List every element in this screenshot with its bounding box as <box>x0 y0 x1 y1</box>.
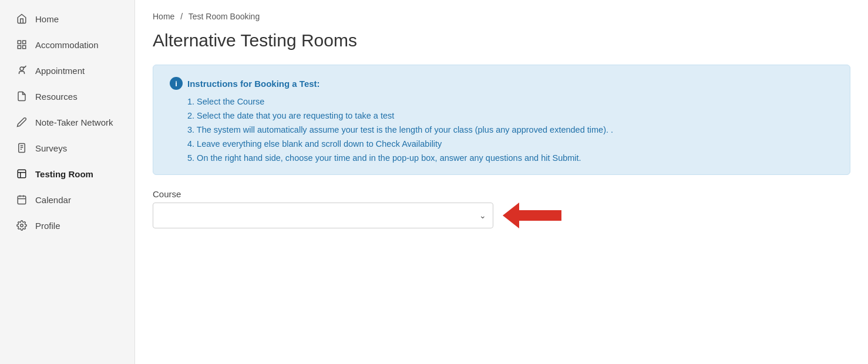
sidebar-item-note-taker-label: Note-Taker Network <box>35 117 113 127</box>
breadcrumb-current: Test Room Booking <box>189 12 260 21</box>
svg-point-16 <box>21 224 23 227</box>
sidebar-item-home-label: Home <box>35 14 59 24</box>
accommodation-icon <box>15 38 28 51</box>
surveys-icon <box>15 141 28 154</box>
sidebar-item-testing-room-label: Testing Room <box>35 169 93 179</box>
sidebar-item-calendar[interactable]: Calendar <box>4 187 131 212</box>
svg-rect-12 <box>18 196 26 204</box>
svg-rect-9 <box>18 170 26 178</box>
sidebar-item-accommodation[interactable]: Accommodation <box>4 32 131 57</box>
arrow-indicator <box>503 204 573 227</box>
sidebar-item-home[interactable]: Home <box>4 6 131 31</box>
course-label: Course <box>153 189 850 199</box>
course-select-wrapper: ⌄ <box>153 203 493 228</box>
resources-icon <box>15 90 28 103</box>
note-taker-icon <box>15 116 28 129</box>
sidebar-item-note-taker-network[interactable]: Note-Taker Network <box>4 110 131 134</box>
sidebar-item-resources[interactable]: Resources <box>4 84 131 109</box>
course-form-group: Course ⌄ <box>153 189 850 228</box>
instruction-step-5: 5. On the right hand side, choose your t… <box>187 153 833 163</box>
profile-icon <box>15 219 28 232</box>
breadcrumb-separator: / <box>180 12 183 21</box>
sidebar-item-surveys-label: Surveys <box>35 143 67 153</box>
instruction-step-1: 1. Select the Course <box>187 97 833 106</box>
testing-room-icon <box>15 167 28 180</box>
course-select[interactable] <box>153 203 493 228</box>
sidebar-item-calendar-label: Calendar <box>35 195 71 205</box>
instructions-list: 1. Select the Course 2. Select the date … <box>170 97 833 163</box>
instructions-box: i Instructions for Booking a Test: 1. Se… <box>153 65 850 175</box>
sidebar-item-appointment[interactable]: Appointment <box>4 58 131 83</box>
appointment-icon <box>15 64 28 77</box>
instructions-title: Instructions for Booking a Test: <box>187 79 320 89</box>
sidebar-item-surveys[interactable]: Surveys <box>4 136 131 160</box>
instruction-step-4: 4. Leave everything else blank and scrol… <box>187 139 833 149</box>
sidebar-item-appointment-label: Appointment <box>35 66 85 76</box>
svg-rect-1 <box>23 41 26 43</box>
instruction-step-3: 3. The system will automatically assume … <box>187 125 833 134</box>
sidebar: Home Accommodation Appointment Resources… <box>0 0 135 364</box>
form-area: Course ⌄ <box>153 189 850 250</box>
breadcrumb: Home / Test Room Booking <box>153 12 850 21</box>
sidebar-item-resources-label: Resources <box>35 92 78 102</box>
sidebar-item-testing-room[interactable]: Testing Room <box>4 161 131 186</box>
page-title: Alternative Testing Rooms <box>153 31 850 50</box>
main-content: Home / Test Room Booking Alternative Tes… <box>135 0 868 364</box>
info-icon: i <box>170 77 183 90</box>
svg-point-4 <box>20 67 23 70</box>
sidebar-item-profile[interactable]: Profile <box>4 213 131 238</box>
course-form-row: ⌄ <box>153 203 850 228</box>
instruction-step-2: 2. Select the date that you are requesti… <box>187 111 833 120</box>
red-arrow-icon <box>503 204 573 227</box>
breadcrumb-home[interactable]: Home <box>153 12 174 21</box>
home-icon <box>15 12 28 25</box>
svg-rect-2 <box>18 46 21 49</box>
svg-rect-3 <box>23 46 26 49</box>
calendar-icon <box>15 193 28 206</box>
sidebar-item-accommodation-label: Accommodation <box>35 40 99 50</box>
sidebar-item-profile-label: Profile <box>35 221 60 231</box>
svg-rect-0 <box>18 41 21 43</box>
